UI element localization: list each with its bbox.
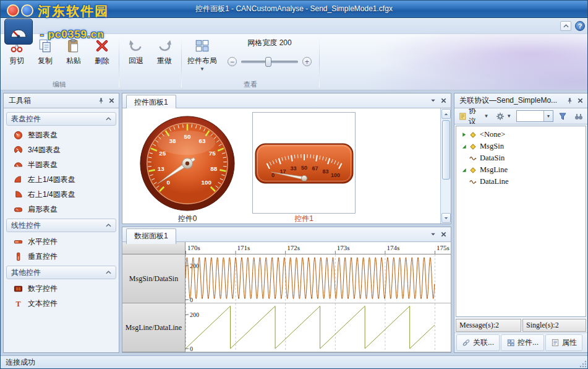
svg-text:33: 33 — [291, 165, 297, 171]
filter-button[interactable] — [556, 110, 569, 123]
dropdown-arrow-icon: ▼ — [484, 115, 488, 118]
ribbon-tab[interactable] — [99, 28, 117, 33]
svg-text:171s: 171s — [237, 244, 250, 251]
toolbox-item[interactable]: 右上1/4圆表盘 — [6, 187, 117, 202]
ribbon-button[interactable]: 粘贴 — [59, 35, 88, 66]
dropdown-arrow-icon: ▼ — [506, 115, 511, 118]
expanded-expander-icon[interactable] — [461, 144, 467, 149]
toolbox-section: 其他控件 88 数字控件 — [6, 266, 117, 311]
flat-gauge-control[interactable]: 01733506783100 — [255, 143, 354, 184]
app-gauge-icon — [9, 24, 28, 40]
arrow-up-icon — [444, 113, 448, 116]
panel-tab[interactable]: 控件... — [501, 334, 544, 351]
tree-item[interactable]: <None> — [458, 129, 584, 141]
panel-menu-icon[interactable] — [430, 97, 437, 104]
grid-width-decrease-button[interactable]: − — [228, 57, 237, 66]
close-icon[interactable] — [440, 97, 447, 104]
tree-indent[interactable] — [461, 179, 467, 184]
toolbox-item[interactable]: 整圆表盘 — [6, 128, 117, 142]
grid-width-slider[interactable] — [241, 61, 298, 63]
view-group-label: 查看 — [184, 80, 317, 90]
combobox-dropdown-icon[interactable]: ▼ — [543, 111, 553, 121]
toolbox-item[interactable]: 垂直控件 — [6, 249, 117, 264]
dropdown-arrow-icon: ▼ — [200, 68, 205, 71]
ribbon-tab[interactable] — [119, 28, 137, 33]
control-panel-tab[interactable]: 控件面板1 — [126, 95, 176, 110]
panel-menu-icon[interactable] — [430, 231, 437, 238]
arrow-down-icon — [444, 217, 448, 220]
ribbon-tab[interactable] — [59, 28, 78, 33]
protocol-dropdown-button[interactable]: 协议 ▼ — [456, 108, 491, 124]
ribbon-button[interactable]: 复制 — [31, 35, 59, 66]
edit-group-label: 编辑 — [2, 80, 116, 90]
close-icon[interactable] — [108, 97, 115, 104]
signal-name-cell[interactable]: MsgSin/DataSin — [122, 254, 185, 303]
panel-tab[interactable]: 属性 — [545, 334, 582, 351]
collapsed-expander-icon[interactable] — [461, 132, 467, 137]
svg-text:13: 13 — [158, 165, 164, 172]
toolbox-item[interactable]: 88 数字控件 — [6, 281, 117, 296]
ribbon-button[interactable]: 删除 — [88, 35, 116, 66]
filter-combobox[interactable]: ▼ — [516, 110, 553, 122]
text-icon: T — [14, 299, 23, 308]
svg-text:172s: 172s — [287, 244, 300, 251]
toolbox-section-header[interactable]: 表盘控件 — [6, 112, 116, 126]
expanded-expander-icon[interactable] — [461, 167, 467, 173]
filter-icon — [558, 112, 567, 121]
ribbon: 剪切 复制 粘贴 删除 — [1, 34, 587, 90]
titlebar[interactable]: 控件面板1 - CANCustomAnalyse - Send_SimpleMo… — [1, 1, 587, 18]
toolbox-section-header[interactable]: 其他控件 — [6, 266, 116, 279]
pin-icon[interactable] — [98, 97, 104, 104]
data-panel-tab[interactable]: 数据面板1 — [126, 228, 176, 244]
tree-item[interactable]: DataLine — [458, 176, 584, 188]
ribbon-button[interactable]: 回退 — [122, 35, 150, 66]
grid-width-increase-button[interactable]: + — [302, 57, 312, 66]
help-button[interactable]: ? — [575, 21, 585, 31]
gear-icon — [496, 112, 505, 121]
sawtooth-waveform-plot[interactable]: 2000 — [185, 303, 451, 352]
toolbox-item[interactable]: T 文本控件 — [6, 296, 117, 311]
scroll-up-button[interactable] — [441, 109, 451, 119]
pin-icon[interactable] — [566, 97, 573, 104]
status-text: 连接成功 — [6, 357, 35, 368]
toolbox-item[interactable]: 左上1/4圆表盘 — [6, 172, 117, 187]
toolbox-item[interactable]: 扁形表盘 — [6, 202, 117, 217]
ribbon-tab[interactable] — [40, 28, 58, 33]
panel-tab[interactable]: 关联... — [456, 334, 500, 351]
diamond-icon — [469, 143, 477, 150]
slider-thumb[interactable] — [265, 57, 271, 67]
tree-item[interactable]: DataSin — [458, 152, 584, 164]
sine-waveform-plot[interactable]: 2000 — [185, 254, 451, 303]
toolbox-item[interactable]: 水平控件 — [6, 234, 117, 249]
copy-icon — [37, 38, 53, 54]
resize-grip-icon[interactable] — [579, 360, 587, 368]
control-layout-button[interactable]: 控件布局 ▼ — [184, 35, 220, 71]
close-icon[interactable] — [577, 97, 584, 104]
paste-icon — [66, 38, 82, 54]
tree-item[interactable]: MsgSin — [458, 141, 584, 152]
scroll-down-button[interactable] — [441, 213, 451, 223]
tree-indent[interactable] — [461, 155, 467, 161]
toolbox-section-header[interactable]: 线性控件 — [6, 219, 116, 232]
control-canvas[interactable]: 013253850637588100 控件0 01733506783100 控件… — [122, 108, 451, 224]
ribbon-button[interactable]: 重做 — [150, 35, 179, 66]
diamond-icon — [469, 131, 477, 139]
signal-name-cell[interactable]: MsgLine/DataLine — [122, 303, 185, 352]
vertical-scrollbar[interactable] — [440, 108, 451, 224]
svg-text:0: 0 — [167, 179, 171, 186]
options-dropdown-button[interactable]: ▼ — [493, 110, 514, 123]
svg-text:75: 75 — [209, 150, 216, 157]
tree-item[interactable]: MsgLine — [458, 164, 584, 176]
close-icon[interactable] — [440, 231, 447, 238]
clipped-toolbar-button[interactable] — [572, 110, 586, 123]
toolbox-item[interactable]: 半圆表盘 — [6, 157, 117, 172]
protocol-toolbar: 协议 ▼ ▼ ▼ — [454, 108, 587, 124]
circular-gauge-control[interactable]: 013253850637588100 — [137, 115, 237, 212]
application-menu-button[interactable] — [4, 19, 33, 45]
ribbon-tab[interactable] — [79, 28, 98, 33]
protocol-panel: 关联协议—Send_SimpleMo... 协议 ▼ ▼ — [454, 93, 587, 353]
scrollbar-thumb[interactable] — [442, 120, 450, 180]
collapse-ribbon-button[interactable] — [560, 21, 571, 31]
three-quarter-dial-icon — [14, 145, 23, 155]
toolbox-item[interactable]: 3/4圆表盘 — [6, 142, 117, 157]
